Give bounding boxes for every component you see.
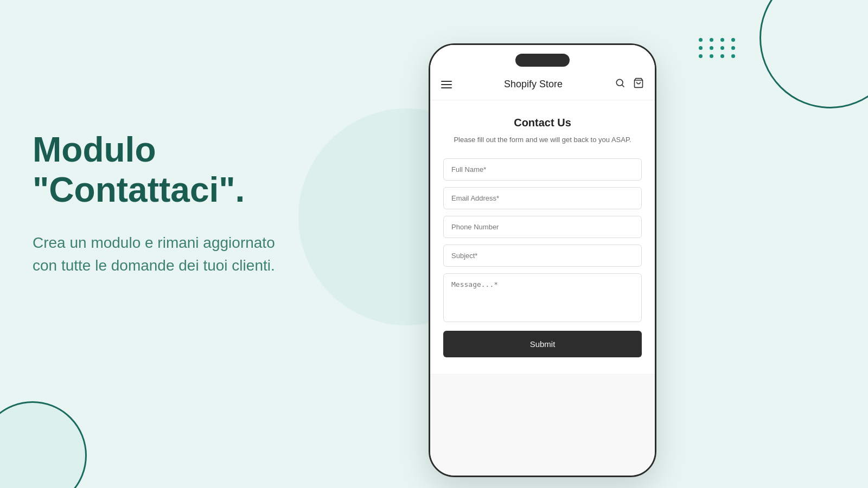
cart-icon[interactable] [633,78,644,91]
subtext-line2: con tutte le domande dei tuoi clienti. [33,257,275,274]
dot [699,38,703,42]
message-input[interactable] [443,273,642,322]
heading-line2: "Contattaci". [33,170,245,209]
left-content: Modulo "Contattaci". Crea un modulo e ri… [33,130,275,277]
dot [731,54,735,58]
dot [720,38,724,42]
dot-grid-decoration [699,38,738,58]
bg-circle-bottom-left [0,401,87,488]
bg-circle-top-right [760,0,868,108]
dot [710,46,713,50]
phone-inner: Shopify Store Conta [430,45,655,476]
form-title: Contact Us [443,117,642,129]
dot [710,54,713,58]
phone-notch [515,54,570,67]
phone-input[interactable] [443,216,642,238]
dot [731,38,735,42]
svg-line-1 [622,85,624,87]
sub-text: Crea un modulo e rimani aggiornato con t… [33,232,275,277]
dot [720,54,724,58]
dot [699,54,703,58]
main-heading: Modulo "Contattaci". [33,130,275,210]
submit-button[interactable]: Submit [443,331,642,357]
dot [720,46,724,50]
dot [699,46,703,50]
form-subtitle: Please fill out the form and we will get… [443,134,642,145]
svg-point-0 [616,79,623,86]
phone-mockup: Shopify Store Conta [429,43,656,477]
menu-icon[interactable] [441,81,452,88]
full-name-input[interactable] [443,158,642,181]
dot [710,38,713,42]
nav-icons [615,78,644,91]
subject-input[interactable] [443,245,642,267]
contact-form-area: Contact Us Please fill out the form and … [430,100,655,374]
store-title: Shopify Store [504,79,563,90]
search-icon[interactable] [615,78,626,91]
email-input[interactable] [443,187,642,209]
heading-line1: Modulo [33,130,156,169]
subtext-line1: Crea un modulo e rimani aggiornato [33,234,275,251]
dot [731,46,735,50]
